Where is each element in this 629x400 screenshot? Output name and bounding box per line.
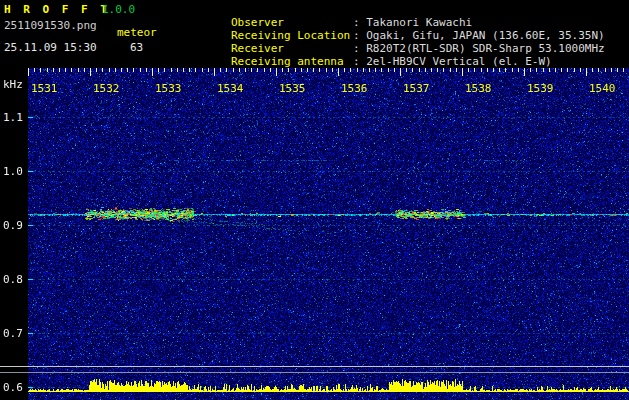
- y-tick-label: 0.8: [3, 273, 23, 286]
- x-tick-label: 1535: [279, 82, 306, 95]
- x-tick-label: 1536: [341, 82, 368, 95]
- x-tick-label: 1533: [155, 82, 182, 95]
- info-label: Observer: [231, 16, 353, 29]
- x-tick-label: 1532: [93, 82, 120, 95]
- hrofft-output-screen: H R O F F T 1.0.0 2511091530.png meteor …: [0, 0, 629, 400]
- count-value: 63: [130, 41, 143, 54]
- y-tick-label: 0.7: [3, 327, 23, 340]
- y-axis-unit: kHz: [3, 78, 23, 91]
- output-filename: 2511091530.png: [4, 19, 97, 32]
- info-value: : R820T2(RTL-SDR) SDR-Sharp 53.1000MHz: [353, 42, 605, 55]
- y-tick-label: 0.6: [3, 381, 23, 394]
- signal-meter-line-lower: [0, 372, 629, 373]
- spectrogram-canvas: [28, 68, 629, 400]
- y-tick-label: 1.0: [3, 165, 23, 178]
- info-row-observer: Observer: Takanori Kawachi: [178, 3, 605, 16]
- app-version: 1.0.0: [102, 3, 135, 16]
- x-tick-label: 1538: [465, 82, 492, 95]
- info-label: Receiving Location: [231, 29, 353, 42]
- y-tick-label: 0.9: [3, 219, 23, 232]
- app-title: H R O F F T: [4, 3, 110, 16]
- y-tick-label: 1.1: [3, 111, 23, 124]
- info-label: Receiving antenna: [231, 55, 353, 68]
- x-tick-label: 1537: [403, 82, 430, 95]
- info-value: : 2el-HB9CV Vertical (el. E-W): [353, 55, 552, 68]
- x-tick-label: 1531: [31, 82, 58, 95]
- info-value: : Ogaki, Gifu, JAPAN (136.60E, 35.35N): [353, 29, 605, 42]
- info-label: Receiver: [231, 42, 353, 55]
- mode-label: meteor: [117, 26, 157, 39]
- header: H R O F F T 1.0.0 2511091530.png meteor …: [0, 0, 629, 68]
- x-tick-label: 1534: [217, 82, 244, 95]
- x-tick-label: 1539: [527, 82, 554, 95]
- timestamp-label: 25.11.09 15:30: [4, 41, 97, 54]
- signal-meter-line-upper: [0, 366, 629, 367]
- info-value: : Takanori Kawachi: [353, 16, 472, 29]
- x-tick-label: 1540: [589, 82, 616, 95]
- observer-info-block: Observer: Takanori Kawachi Receiving Loc…: [178, 3, 605, 55]
